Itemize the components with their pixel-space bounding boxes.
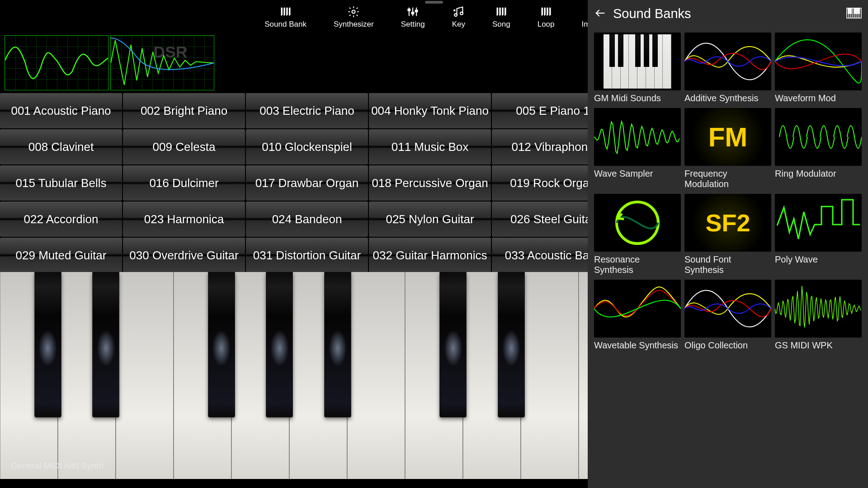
sound-bank-label: Wave Sampler — [594, 169, 681, 179]
keyboard-icon[interactable] — [846, 6, 862, 21]
toolbar-synthesizer[interactable]: Synthesizer — [334, 5, 374, 35]
toolbar-song[interactable]: Song — [492, 5, 510, 35]
instrument-cell[interactable]: 008 Clavinet — [0, 129, 122, 164]
svg-rect-6 — [415, 10, 418, 12]
setting-icon — [406, 5, 419, 18]
adsr-watermark: DSR — [153, 43, 188, 61]
toolbar-label: Sound Bank — [264, 20, 307, 29]
svg-point-0 — [352, 10, 355, 14]
sound-bank-thumb-ring_mod-icon — [775, 108, 862, 166]
instrument-cell[interactable]: 031 Distortion Guitar — [246, 238, 368, 273]
instrument-cell[interactable]: 009 Celesta — [123, 129, 245, 164]
sound-banks-header: Sound Banks — [588, 0, 868, 27]
instrument-cell[interactable]: 025 Nylon Guitar — [369, 202, 491, 237]
sound-bank-thumb-poly_wave-icon — [775, 194, 862, 252]
sound-bank-label: Ring Modulator — [775, 169, 862, 179]
toolbar-label: Key — [452, 20, 465, 29]
sound-bank-label: GS MIDI WPK — [775, 340, 862, 351]
black-key[interactable] — [266, 272, 293, 418]
loop-icon — [540, 5, 552, 18]
toolbar-setting[interactable]: Setting — [401, 5, 425, 35]
sound-bank-thumb-fm-icon: FM — [684, 108, 771, 166]
sound-bank-thumb-piano-icon — [594, 33, 681, 90]
instrument-cell[interactable]: 017 Drawbar Organ — [246, 165, 368, 201]
instrument-cell[interactable]: 001 Acoustic Piano — [0, 93, 122, 128]
black-key[interactable] — [208, 272, 235, 418]
black-key[interactable] — [92, 272, 119, 418]
sound-bank-item[interactable]: Poly Wave — [775, 194, 862, 275]
sound-bank-label: Poly Wave — [775, 254, 862, 265]
sound-bank-item[interactable]: FMFrequency Modulation — [684, 108, 771, 189]
key-icon — [452, 5, 465, 18]
toolbar-key[interactable]: Key — [452, 5, 465, 35]
toolbar-soundbank[interactable]: Sound Bank — [264, 5, 307, 35]
instrument-cell[interactable]: 016 Dulcimer — [123, 165, 245, 201]
svg-rect-18 — [854, 8, 856, 14]
sound-bank-label: Wavetable Synthesis — [594, 340, 681, 351]
instrument-cell[interactable]: 030 Overdrive Guitar — [123, 238, 245, 273]
soundbank-icon — [279, 5, 292, 18]
black-key[interactable] — [439, 272, 467, 418]
app-root: Sound BankSynthesizerSettingKeySongLoopI… — [0, 0, 868, 488]
sound-bank-item[interactable]: Oligo Collection — [684, 280, 771, 351]
sound-bank-label: Resonance Synthesis — [594, 254, 681, 275]
sound-bank-thumb-waveform_mod-icon — [775, 33, 862, 90]
sound-bank-label: GM Midi Sounds — [594, 93, 681, 103]
svg-rect-16 — [848, 8, 849, 14]
sound-bank-label: Oligo Collection — [684, 340, 771, 351]
adsr-panel[interactable]: DSR — [110, 35, 214, 90]
song-icon — [495, 5, 508, 18]
svg-rect-4 — [408, 9, 410, 11]
svg-point-8 — [460, 12, 463, 15]
synthesizer-icon — [347, 5, 360, 18]
sound-bank-thumb-wavetable-icon — [594, 280, 681, 338]
sound-bank-item[interactable]: Wave Sampler — [594, 108, 681, 189]
toolbar-label: Song — [492, 20, 510, 29]
instrument-cell[interactable]: 023 Harmonica — [123, 202, 245, 237]
sound-bank-thumb-sf2-icon: SF2 — [684, 194, 771, 252]
instrument-cell[interactable]: 010 Glockenspiel — [246, 129, 368, 164]
svg-rect-17 — [850, 8, 852, 14]
sound-bank-item[interactable]: GM Midi Sounds — [594, 33, 681, 103]
instrument-cell[interactable]: 024 Bandeon — [246, 202, 368, 237]
svg-rect-5 — [412, 12, 414, 14]
toolbar-loop[interactable]: Loop — [538, 5, 555, 35]
sound-bank-item[interactable]: Wavetable Synthesis — [594, 280, 681, 351]
instrument-cell[interactable]: 004 Honky Tonk Piano — [369, 93, 491, 128]
black-key[interactable] — [324, 272, 351, 418]
sound-bank-label: Waveform Mod — [775, 93, 862, 103]
instrument-cell[interactable]: 032 Guitar Harmonics — [369, 238, 491, 273]
back-button[interactable] — [594, 7, 607, 21]
sound-bank-item[interactable]: Ring Modulator — [775, 108, 862, 189]
sound-bank-item[interactable]: Additive Synthesis — [684, 33, 771, 103]
svg-point-7 — [455, 14, 458, 16]
instrument-cell[interactable]: 015 Tubular Bells — [0, 165, 122, 201]
black-key[interactable] — [498, 272, 525, 418]
instrument-cell[interactable]: 018 Percussive Organ — [369, 165, 491, 201]
window-drag-handle[interactable] — [425, 1, 443, 4]
sound-bank-thumb-additive-icon — [684, 33, 771, 90]
oscilloscope-panel[interactable] — [5, 35, 108, 90]
sound-bank-thumb-wave_sampler-icon — [594, 108, 681, 166]
toolbar-label: Loop — [538, 20, 555, 29]
sound-bank-item[interactable]: Waveform Mod — [775, 33, 862, 103]
sound-bank-item[interactable]: Resonance Synthesis — [594, 194, 681, 275]
instrument-cell[interactable]: 003 Electric Piano — [246, 93, 368, 128]
sound-banks-panel: Sound Banks GM Midi SoundsAdditive Synth… — [588, 0, 868, 488]
sound-bank-label: Additive Synthesis — [684, 93, 771, 103]
sound-bank-thumb-oligo-icon — [684, 280, 771, 338]
instrument-cell[interactable]: 029 Muted Guitar — [0, 238, 122, 273]
waveform-panels: DSR — [5, 35, 214, 90]
sound-bank-item[interactable]: SF2Sound Font Synthesis — [684, 194, 771, 275]
instrument-cell[interactable]: 002 Bright Piano — [123, 93, 245, 128]
black-key[interactable] — [34, 272, 61, 418]
toolbar-label: Setting — [401, 20, 425, 29]
svg-rect-19 — [856, 8, 858, 14]
instrument-cell[interactable]: 011 Music Box — [369, 129, 491, 164]
svg-rect-20 — [859, 8, 860, 14]
sound-bank-item[interactable]: GS MIDI WPK — [775, 280, 862, 351]
status-instrument-name: General MIDI Add Synth — [11, 461, 104, 471]
sound-bank-thumb-resonance-icon — [594, 194, 681, 252]
instrument-cell[interactable]: 022 Accordion — [0, 202, 122, 237]
sound-bank-label: Frequency Modulation — [684, 169, 771, 189]
